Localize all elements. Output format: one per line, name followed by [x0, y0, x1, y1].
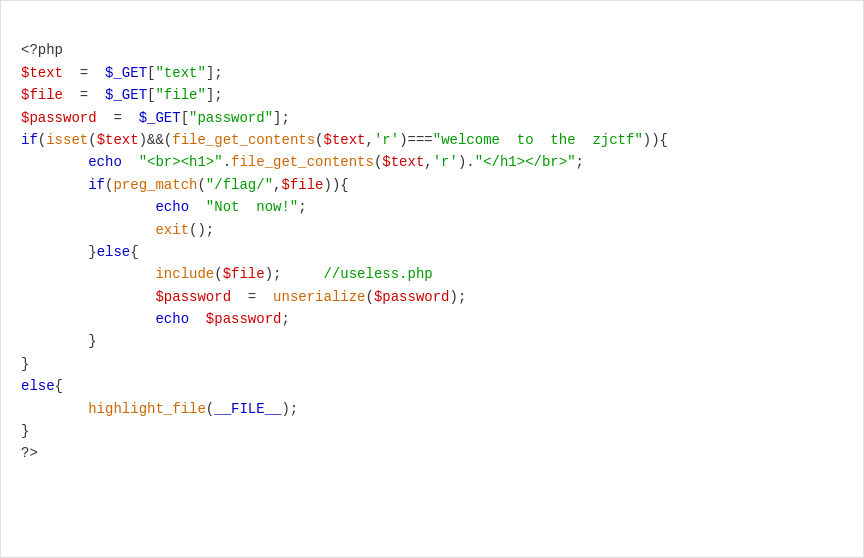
- line-8: echo "Not now!";: [21, 199, 307, 215]
- line-17: highlight_file(__FILE__);: [21, 401, 298, 417]
- line-7: if(preg_match("/flag/",$file)){: [21, 177, 349, 193]
- line-5: if(isset($text)&&(file_get_contents($tex…: [21, 132, 668, 148]
- line-9: exit();: [21, 222, 214, 238]
- line-11: include($file); //useless.php: [21, 266, 433, 282]
- code-block: <?php $text = $_GET["text"]; $file = $_G…: [21, 17, 843, 487]
- line-1: <?php: [21, 42, 63, 58]
- line-16: else{: [21, 378, 63, 394]
- line-12: $password = unserialize($password);: [21, 289, 466, 305]
- line-15: }: [21, 356, 29, 372]
- line-10: }else{: [21, 244, 139, 260]
- line-19: ?>: [21, 445, 38, 461]
- line-2: $text = $_GET["text"];: [21, 65, 223, 81]
- line-4: $password = $_GET["password"];: [21, 110, 290, 126]
- line-13: echo $password;: [21, 311, 290, 327]
- line-3: $file = $_GET["file"];: [21, 87, 223, 103]
- line-14: }: [21, 333, 97, 349]
- code-container: <?php $text = $_GET["text"]; $file = $_G…: [0, 0, 864, 558]
- line-6: echo "<br><h1>".file_get_contents($text,…: [21, 154, 584, 170]
- line-18: }: [21, 423, 29, 439]
